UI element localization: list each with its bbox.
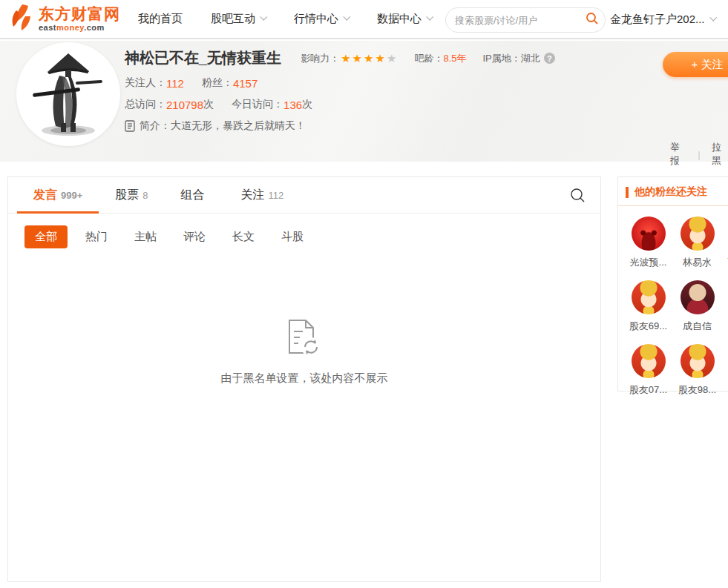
follower-avatar[interactable] <box>632 217 666 251</box>
chevron-down-icon <box>426 13 433 21</box>
total-visits-unit: 次 <box>203 98 214 111</box>
chevron-down-icon <box>343 13 350 21</box>
tab-following[interactable]: 关注112 <box>225 177 301 213</box>
influence-stars: ★★★★★ <box>341 52 398 65</box>
report-link[interactable]: 举报 <box>670 141 686 168</box>
bar-age-value: 8.5年 <box>443 52 466 65</box>
search-input[interactable] <box>455 15 586 26</box>
follower-avatar[interactable] <box>681 344 715 378</box>
follower-item[interactable]: 成自信 <box>678 280 717 333</box>
profile-avatar[interactable] <box>16 42 120 146</box>
today-visits-label: 今日访问： <box>232 98 283 111</box>
search-icon[interactable] <box>586 12 599 28</box>
bio-text: 大道无形，暴跌之后就晴天！ <box>171 119 306 133</box>
divider: | <box>698 149 700 160</box>
ink-swordsman-image <box>30 49 107 139</box>
nav-item-data[interactable]: 数据中心 <box>377 12 432 26</box>
nav-item-quotes[interactable]: 行情中心 <box>294 12 349 26</box>
following-count[interactable]: 112 <box>166 77 184 90</box>
filter-all[interactable]: 全部 <box>24 225 68 248</box>
logo-title: 东方财富网 <box>39 6 120 22</box>
follower-name[interactable]: 林易水 <box>678 256 717 269</box>
profile-row-bio: 简介： 大道无形，暴跌之后就晴天！ <box>125 119 555 133</box>
follower-name[interactable]: 股友69... <box>629 320 668 333</box>
search-box[interactable] <box>445 7 606 33</box>
bar-age-label: 吧龄： <box>414 52 443 65</box>
profile-row-follow-stats: 关注人： 112 粉丝： 4157 <box>125 76 555 90</box>
logo-subtitle: eastmoney.com <box>39 23 120 32</box>
follower-item[interactable]: 光波预... <box>629 217 668 269</box>
user-account-menu[interactable]: 金龙鱼钉子户202... <box>610 0 715 39</box>
follower-item[interactable]: 股友07... <box>629 344 668 397</box>
follower-avatar[interactable] <box>681 280 715 314</box>
chevron-down-icon <box>260 13 267 21</box>
filter-comments[interactable]: 评论 <box>183 230 206 244</box>
tab-search-icon[interactable] <box>570 188 586 206</box>
report-block-actions: 举报 | 拉黑 <box>670 141 728 168</box>
followers-grid: 光波预... 林易水 西秦大... 股友69... 成自信 一览... <box>618 206 728 397</box>
follow-button[interactable]: + 关注 <box>663 52 728 77</box>
logo-text: 东方财富网 eastmoney.com <box>39 6 120 31</box>
ip-location: IP属地：湖北 ? <box>482 52 554 65</box>
today-visits-unit: 次 <box>302 98 312 111</box>
content-card: 发言999+ 股票8 组合 关注112 全部 热门 主帖 评论 长文 斗股 <box>7 176 601 582</box>
follower-item[interactable]: 股友69... <box>629 280 668 333</box>
empty-state-message: 由于黑名单设置，该处内容不展示 <box>8 371 600 386</box>
profile-username: 神松已不在_无情获重生 <box>125 48 281 68</box>
follower-avatar[interactable] <box>681 217 715 251</box>
nav-item-home[interactable]: 我的首页 <box>138 12 183 26</box>
sidebar-header: 他的粉丝还关注 <box>618 177 728 206</box>
top-navbar: 东方财富网 eastmoney.com 我的首页 股吧互动 行情中心 数据中心 … <box>0 0 728 39</box>
filter-hot[interactable]: 热门 <box>85 230 108 244</box>
nav-item-guba[interactable]: 股吧互动 <box>211 12 266 26</box>
follower-item[interactable]: 股友98... <box>678 344 717 397</box>
eastmoney-flame-icon <box>7 3 36 36</box>
tab-posts[interactable]: 发言999+ <box>17 177 99 213</box>
chevron-down-icon <box>709 14 717 22</box>
total-visits-label: 总访问： <box>125 98 166 111</box>
follower-avatar[interactable] <box>632 344 666 378</box>
page: 东方财富网 eastmoney.com 我的首页 股吧互动 行情中心 数据中心 … <box>0 0 728 588</box>
fans-label: 粉丝： <box>202 76 233 90</box>
follower-item[interactable]: 林易水 <box>678 217 717 269</box>
follower-name[interactable]: 光波预... <box>629 256 668 269</box>
follower-name[interactable]: 股友98... <box>678 383 717 397</box>
bio-document-icon <box>125 120 135 132</box>
influence-label: 影响力： <box>301 52 339 65</box>
nav-menu: 我的首页 股吧互动 行情中心 数据中心 <box>138 12 460 26</box>
followers-also-follow-card: 他的粉丝还关注 光波预... 林易水 西秦大... 股友69... 成自信 <box>617 176 728 392</box>
fans-count[interactable]: 4157 <box>233 77 258 90</box>
eastmoney-logo[interactable]: 东方财富网 eastmoney.com <box>7 3 120 36</box>
tab-bar: 发言999+ 股票8 组合 关注112 <box>8 177 600 214</box>
following-label: 关注人： <box>125 76 166 90</box>
filter-articles[interactable]: 长文 <box>232 230 255 244</box>
follower-name[interactable]: 股友07... <box>629 383 668 397</box>
accent-bar <box>626 187 629 198</box>
empty-state: 由于黑名单设置，该处内容不展示 <box>8 318 600 386</box>
filter-threads[interactable]: 主帖 <box>134 230 157 244</box>
tab-stocks[interactable]: 股票8 <box>99 177 164 213</box>
follower-name[interactable]: 成自信 <box>678 320 717 333</box>
sidebar-title: 他的粉丝还关注 <box>634 185 707 199</box>
profile-row-identity: 神松已不在_无情获重生 影响力： ★★★★★ 吧龄： 8.5年 IP属地：湖北 … <box>125 48 555 68</box>
today-visits-count: 136 <box>283 99 302 111</box>
block-link[interactable]: 拉黑 <box>712 141 728 168</box>
tab-portfolio[interactable]: 组合 <box>165 177 225 213</box>
empty-document-sync-icon <box>285 349 324 362</box>
profile-row-visit-stats: 总访问： 210798 次 今日访问： 136 次 <box>125 98 555 111</box>
profile-banner: 神松已不在_无情获重生 影响力： ★★★★★ 吧龄： 8.5年 IP属地：湖北 … <box>0 41 728 162</box>
follower-avatar[interactable] <box>632 280 666 314</box>
help-icon[interactable]: ? <box>544 53 555 64</box>
total-visits-count: 210798 <box>166 99 203 111</box>
bio-label: 简介： <box>140 119 171 133</box>
filter-bar: 全部 热门 主帖 评论 长文 斗股 <box>24 225 600 248</box>
profile-info: 神松已不在_无情获重生 影响力： ★★★★★ 吧龄： 8.5年 IP属地：湖北 … <box>125 48 555 133</box>
filter-battle[interactable]: 斗股 <box>281 230 304 244</box>
